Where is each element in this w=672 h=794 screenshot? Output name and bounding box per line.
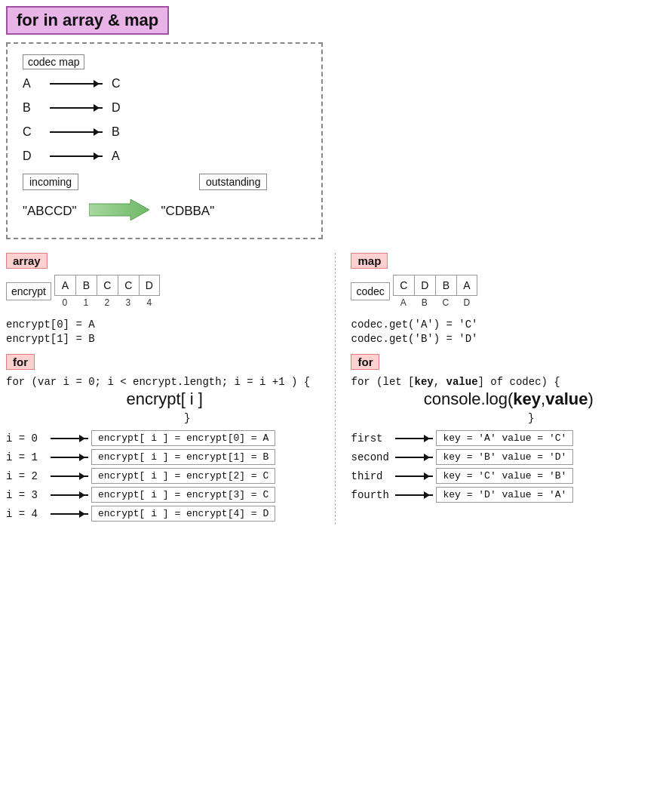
access-line-0: encrypt[0] = A	[6, 319, 323, 331]
array-display: encrypt ABCCD 01234	[6, 275, 323, 308]
codec-val: C	[112, 77, 121, 91]
map-iter-box: key = 'C' value = 'B'	[436, 468, 573, 484]
map-cell: C	[393, 275, 414, 296]
iter-arrow-icon	[51, 494, 88, 496]
iter-box: encrypt[ i ] = encrypt[3] = C	[91, 487, 275, 503]
arrow-right-icon	[50, 107, 103, 109]
array-index: 4	[139, 297, 160, 308]
map-cell: D	[414, 275, 435, 296]
codec-val: B	[112, 125, 120, 139]
iter-box: encrypt[ i ] = encrypt[0] = A	[91, 430, 275, 446]
svg-marker-0	[89, 199, 149, 220]
access-lines: encrypt[0] = A encrypt[1] = B	[6, 319, 323, 345]
for-badge-left: for	[6, 354, 35, 370]
map-iter-arrow-icon	[395, 438, 433, 439]
iter-arrow-icon	[51, 457, 88, 458]
iter-row: i = 1 encrypt[ i ] = encrypt[1] = B	[6, 449, 323, 465]
for-loop-line-left: for (var i = 0; i < encrypt.length; i = …	[6, 376, 323, 388]
iter-label: i = 0	[6, 432, 48, 445]
for-big-left: encrypt[ i ]	[6, 389, 323, 409]
array-cell: A	[54, 275, 75, 296]
iter-row: i = 0 encrypt[ i ] = encrypt[0] = A	[6, 430, 323, 446]
codec-box: codec map A C B D C B D A incoming outst…	[6, 42, 323, 239]
for-badge-right: for	[351, 354, 379, 370]
arrow-right-icon	[50, 83, 103, 85]
arrow-right-icon	[50, 155, 103, 157]
map-iter-row: third key = 'C' value = 'B'	[351, 468, 666, 484]
map-iter-label: first	[351, 432, 392, 445]
map-index: C	[435, 297, 456, 308]
codec-val: A	[112, 149, 120, 163]
map-iter-arrow-icon	[395, 457, 433, 458]
outstanding-string: "CDBBA"	[161, 204, 215, 219]
array-badge: array	[6, 253, 48, 269]
for-close-right: }	[396, 412, 666, 424]
left-panel: array encrypt ABCCD 01234 encrypt[0] = A…	[6, 253, 336, 525]
iter-box: encrypt[ i ] = encrypt[1] = B	[91, 449, 275, 465]
map-access-lines: codec.get('A') = 'C' codec.get('B') = 'D…	[351, 319, 666, 345]
map-access-line-0: codec.get('A') = 'C'	[351, 319, 666, 331]
map-iter-box: key = 'B' value = 'D'	[436, 449, 573, 465]
iter-row: i = 2 encrypt[ i ] = encrypt[2] = C	[6, 468, 323, 484]
page-title: for in array & map	[6, 6, 169, 35]
array-cell: D	[139, 275, 160, 296]
array-cell: C	[118, 275, 139, 296]
map-iter-label: third	[351, 470, 392, 482]
array-cells: ABCCD 01234	[54, 275, 160, 308]
array-cell: C	[97, 275, 118, 296]
iter-row: i = 4 encrypt[ i ] = encrypt[4] = D	[6, 506, 323, 522]
array-index: 3	[118, 297, 139, 308]
iter-row: i = 3 encrypt[ i ] = encrypt[3] = C	[6, 487, 323, 503]
iter-arrow-icon	[51, 513, 88, 515]
array-cell: B	[75, 275, 97, 296]
map-display: codec CDBA ABCD	[351, 275, 666, 308]
incoming-string: "ABCCD"	[23, 204, 77, 219]
map-iter-label: second	[351, 451, 392, 463]
for-close-left: }	[51, 412, 323, 424]
map-iter-row: fourth key = 'D' value = 'A'	[351, 487, 666, 503]
map-iter-box: key = 'D' value = 'A'	[436, 487, 573, 503]
iter-arrow-icon	[51, 475, 88, 477]
outstanding-label: outstanding	[199, 174, 267, 190]
map-iter-row: first key = 'A' value = 'C'	[351, 430, 666, 446]
array-label: encrypt	[6, 282, 51, 300]
map-access-line-1: codec.get('B') = 'D'	[351, 333, 666, 345]
for-big-right: console.log(key,value)	[351, 389, 666, 409]
codec-val: D	[112, 101, 121, 115]
iter-box: encrypt[ i ] = encrypt[4] = D	[91, 506, 275, 522]
left-iterations: i = 0 encrypt[ i ] = encrypt[0] = A i = …	[6, 430, 323, 522]
codec-map-title: codec map	[23, 54, 84, 69]
transform-arrow	[89, 198, 149, 224]
map-iter-row: second key = 'B' value = 'D'	[351, 449, 666, 465]
access-line-1: encrypt[1] = B	[6, 333, 323, 345]
array-index: 2	[97, 297, 118, 308]
map-cell: A	[456, 275, 477, 296]
arrow-right-icon	[50, 131, 103, 133]
codec-key: B	[23, 101, 45, 115]
codec-row: B D	[23, 101, 306, 115]
iter-box: encrypt[ i ] = encrypt[2] = C	[91, 468, 275, 484]
array-index: 0	[54, 297, 75, 308]
map-badge: map	[351, 253, 388, 269]
iter-label: i = 3	[6, 489, 48, 501]
codec-key: D	[23, 149, 45, 163]
iter-arrow-icon	[51, 438, 88, 439]
iter-label: i = 2	[6, 470, 48, 482]
map-index: B	[414, 297, 435, 308]
iter-label: i = 4	[6, 508, 48, 520]
for-loop-line-right: for (let [key, value] of codec) {	[351, 376, 666, 388]
codec-key: C	[23, 125, 45, 139]
right-panel: map codec CDBA ABCD codec.get('A') = 'C'…	[336, 253, 666, 525]
map-index: A	[393, 297, 414, 308]
map-cells: CDBA ABCD	[393, 275, 477, 308]
codec-row: C B	[23, 125, 306, 139]
map-cell: B	[435, 275, 456, 296]
codec-row: A C	[23, 77, 306, 91]
bottom-split: array encrypt ABCCD 01234 encrypt[0] = A…	[6, 253, 666, 525]
map-index: D	[456, 297, 477, 308]
codec-key: A	[23, 77, 45, 91]
iter-label: i = 1	[6, 451, 48, 463]
map-iter-box: key = 'A' value = 'C'	[436, 430, 573, 446]
map-iter-arrow-icon	[395, 494, 433, 496]
array-index: 1	[75, 297, 97, 308]
